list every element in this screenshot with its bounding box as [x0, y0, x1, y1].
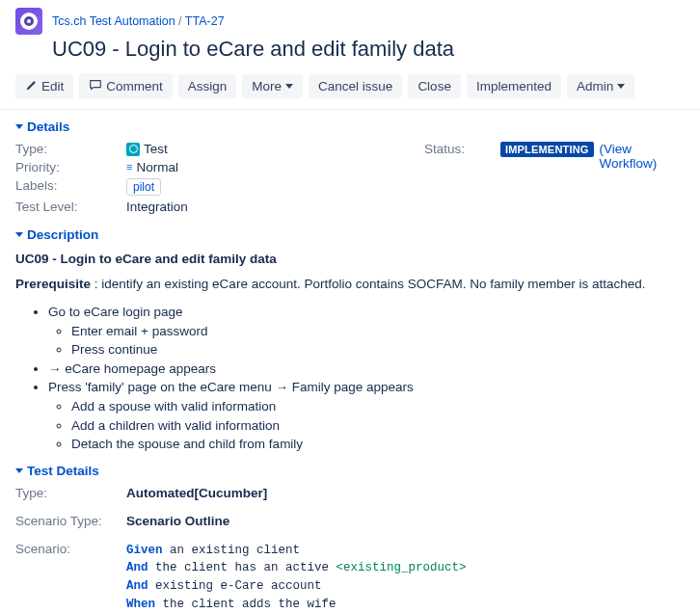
gherkin-scenario: Given an existing client And the client … — [126, 542, 467, 613]
admin-button[interactable]: Admin — [567, 74, 634, 98]
breadcrumb-project-link[interactable]: Tcs.ch Test Automation — [52, 14, 175, 28]
details-module-toggle[interactable]: Details — [15, 120, 685, 134]
list-item: Detach the spouse and child from family — [71, 435, 685, 454]
testdetails-module-toggle[interactable]: Test Details — [15, 464, 685, 478]
breadcrumb-separator: / — [178, 14, 181, 28]
chevron-down-icon — [285, 84, 293, 89]
type-value: Test — [126, 142, 168, 156]
prerequisite-label: Prerequisite — [15, 277, 91, 291]
labels-label: Labels: — [15, 178, 126, 193]
chevron-down-icon — [617, 84, 625, 89]
issue-title: UC09 - Login to eCare and edit family da… — [52, 37, 685, 62]
testlevel-label: Test Level: — [15, 200, 126, 214]
close-button[interactable]: Close — [408, 74, 461, 98]
breadcrumb-issue-link[interactable]: TTA-27 — [185, 14, 225, 28]
breadcrumb: Tcs.ch Test Automation / TTA-27 — [52, 14, 225, 28]
priority-label: Priority: — [15, 160, 126, 174]
td-scenariotype-label: Scenario Type: — [15, 514, 126, 528]
view-workflow-link[interactable]: (View Workflow) — [600, 142, 685, 171]
pencil-icon — [25, 79, 38, 94]
test-type-icon — [126, 143, 140, 156]
type-label: Type: — [15, 142, 126, 156]
chevron-down-icon — [15, 468, 23, 473]
td-scenariotype-value: Scenario Outline — [126, 514, 229, 528]
td-type-label: Type: — [15, 486, 126, 500]
cancel-issue-button[interactable]: Cancel issue — [309, 74, 402, 98]
chevron-down-icon — [15, 232, 23, 237]
more-button[interactable]: More — [242, 74, 303, 98]
list-item: Add a spouse with valid information — [71, 397, 685, 416]
description-body: UC09 - Login to eCare and edit family da… — [15, 250, 685, 454]
status-label: Status: — [424, 142, 495, 156]
comment-icon — [89, 78, 102, 94]
assign-button[interactable]: Assign — [178, 74, 237, 98]
edit-button[interactable]: Edit — [15, 74, 73, 99]
list-item: Add a children with valid information — [71, 416, 685, 436]
td-type-value: Automated[Cucumber] — [126, 486, 267, 500]
testlevel-value: Integration — [126, 200, 188, 214]
project-avatar — [15, 8, 42, 35]
implemented-button[interactable]: Implemented — [467, 74, 561, 98]
list-item: Press 'family' page on the eCare menu → … — [48, 378, 685, 453]
list-item: Press continue — [71, 340, 685, 360]
list-item: Go to eCare login page Enter email + pas… — [48, 303, 685, 360]
td-scenario-label: Scenario: — [15, 542, 126, 556]
description-module-toggle[interactable]: Description — [15, 227, 685, 242]
priority-icon: ≡ — [126, 164, 132, 171]
priority-value: ≡ Normal — [126, 160, 178, 174]
toolbar: Edit Comment Assign More Cancel issue Cl… — [0, 62, 700, 109]
chevron-down-icon — [15, 124, 23, 129]
list-item: → eCare homepage appears — [48, 360, 685, 379]
comment-button[interactable]: Comment — [79, 73, 173, 99]
description-heading: UC09 - Login to eCare and edit family da… — [15, 250, 685, 269]
label-tag[interactable]: pilot — [126, 178, 161, 196]
status-badge: IMPLEMENTING — [500, 142, 594, 157]
list-item: Enter email + password — [71, 322, 685, 341]
